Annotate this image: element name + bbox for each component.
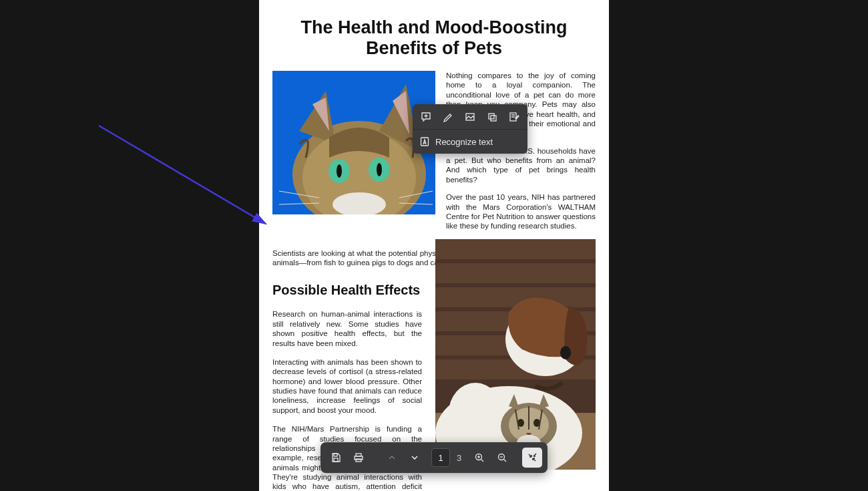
page-number-input[interactable] [431,448,450,467]
svg-rect-33 [491,116,496,121]
svg-line-44 [481,460,484,462]
viewer-toolbar: 3 [320,442,548,473]
intro-text-block: Nothing compares to the joy of coming ho… [446,71,596,239]
paragraph: Interacting with animals has been shown … [272,357,422,415]
cat-image [272,71,435,214]
svg-rect-14 [435,263,596,283]
text-recognize-icon [419,136,430,147]
paragraph: Over the past 10 years, NIH has partnere… [446,192,596,231]
highlight-icon[interactable] [439,108,457,126]
svg-line-50 [99,126,266,224]
prev-page-button[interactable] [382,448,402,468]
print-button[interactable] [349,448,369,468]
add-comment-icon[interactable] [417,108,435,126]
copy-icon[interactable] [483,108,501,126]
next-page-button[interactable] [405,448,425,468]
svg-point-4 [337,164,342,178]
context-toolbar-row [413,104,527,130]
save-button[interactable] [326,448,346,468]
svg-rect-42 [356,459,361,462]
dog-image [435,239,596,470]
svg-rect-15 [435,287,596,307]
paragraph: Research on human-animal interactions is… [272,309,422,348]
recognize-text-item[interactable]: Recognize text [413,130,527,154]
svg-line-48 [504,460,507,462]
top-row: Nothing compares to the joy of coming ho… [272,71,596,239]
svg-rect-38 [334,454,337,456]
context-toolbar: Recognize text [413,104,527,154]
recognize-text-label: Recognize text [435,137,493,147]
annotation-arrow [93,120,280,240]
svg-rect-13 [435,239,596,259]
svg-point-6 [377,163,382,176]
fit-page-button[interactable] [522,448,542,468]
page-title: The Health and Mood-Boosting Benefits of… [284,17,584,59]
section-heading: Possible Health Effects [272,282,422,299]
svg-point-23 [560,346,571,359]
svg-point-21 [449,383,502,443]
zoom-out-button[interactable] [492,448,512,468]
document-page: The Health and Mood-Boosting Benefits of… [259,0,609,491]
svg-rect-32 [489,114,494,119]
form-edit-icon[interactable] [505,108,523,126]
page-total-label: 3 [457,453,461,463]
zoom-in-button[interactable] [469,448,489,468]
svg-rect-39 [334,458,338,462]
image-edit-icon[interactable] [461,108,479,126]
